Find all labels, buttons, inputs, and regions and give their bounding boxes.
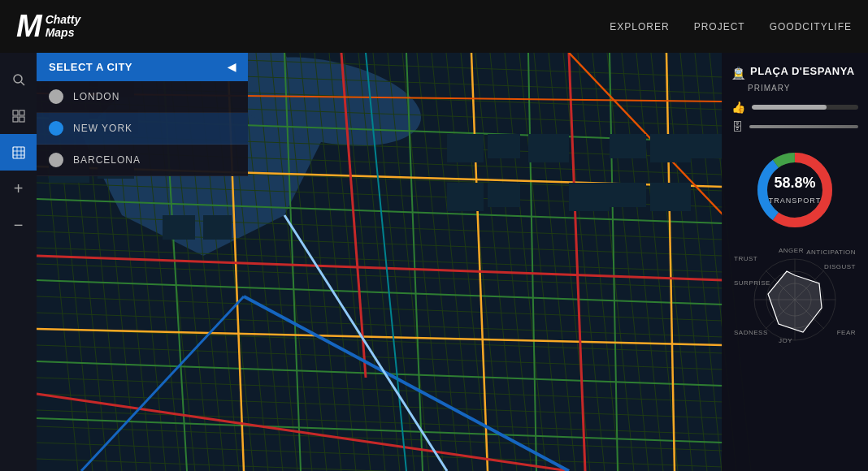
- search-button[interactable]: [0, 61, 37, 97]
- nav-project[interactable]: PROJECT: [694, 21, 745, 32]
- layers-row: 🗄: [731, 120, 858, 133]
- thumbs-up-icon: 👍: [731, 101, 745, 114]
- sidebar-icons: + −: [0, 53, 37, 471]
- logo: M Chatty Maps: [16, 9, 80, 44]
- surprise-label: SURPRISE: [734, 279, 770, 287]
- zoom-out-button[interactable]: −: [0, 207, 37, 244]
- radar-container: ANGER ANTICIPATION DISGUST FEAR JOY SADN…: [734, 247, 856, 344]
- donut-section: 58.8% TRANSPORT: [731, 145, 858, 235]
- svg-rect-2: [13, 110, 18, 115]
- logo-m-letter: M: [16, 9, 42, 44]
- dropdown-header[interactable]: SELECT A CITY ◀: [37, 53, 248, 81]
- dropdown-arrow: ◀: [228, 61, 237, 73]
- svg-rect-4: [13, 117, 18, 122]
- dropdown-title: SELECT A CITY: [49, 61, 132, 73]
- location-name: Plaça d'Espanya: [750, 65, 855, 77]
- right-panel: 🚊 Plaça d'Espanya PRIMARY 👍 🗄: [722, 53, 868, 471]
- nav-links: EXPLORER PROJECT GOODCITYLIFE: [610, 21, 852, 32]
- progress-bar-fill: [752, 105, 827, 110]
- logo-chatty: Chatty: [46, 14, 81, 26]
- location-type: PRIMARY: [748, 84, 858, 93]
- london-dot: [49, 89, 63, 104]
- logo-maps: Maps: [46, 27, 81, 39]
- progress-bar-container: [752, 105, 858, 110]
- svg-point-0: [14, 75, 22, 83]
- city-new-york[interactable]: NEW YORK: [37, 113, 248, 145]
- new-york-label: NEW YORK: [73, 123, 132, 134]
- like-bar: 👍: [731, 101, 858, 114]
- svg-rect-6: [13, 147, 24, 158]
- sadness-label: SADNESS: [734, 329, 768, 336]
- svg-rect-5: [20, 117, 24, 122]
- layers-button[interactable]: [0, 97, 37, 134]
- barcelona-dot: [49, 153, 63, 167]
- new-york-dot: [49, 121, 63, 136]
- navbar: M Chatty Maps EXPLORER PROJECT GOODCITYL…: [0, 0, 868, 53]
- joy-label: JOY: [779, 337, 792, 344]
- disgust-label: DISGUST: [824, 263, 856, 270]
- donut-container: 58.8% TRANSPORT: [750, 145, 840, 235]
- donut-type: TRANSPORT: [769, 197, 821, 205]
- city-dropdown: SELECT A CITY ◀ LONDON NEW YORK BARCELON…: [37, 53, 248, 176]
- map-type-button[interactable]: [0, 134, 37, 171]
- logo-text: Chatty Maps: [46, 14, 81, 39]
- nav-explorer[interactable]: EXPLORER: [610, 21, 669, 32]
- london-label: LONDON: [73, 91, 119, 102]
- anger-label: ANGER: [779, 247, 804, 254]
- svg-marker-22: [768, 271, 822, 332]
- city-barcelona[interactable]: BARCELONA: [37, 145, 248, 176]
- trust-label: TRUST: [734, 255, 757, 262]
- radar-section: ANGER ANTICIPATION DISGUST FEAR JOY SADN…: [731, 247, 858, 344]
- svg-rect-3: [20, 110, 24, 115]
- map-container: + − SELECT A CITY ◀ LONDON NEW YORK BARC…: [0, 53, 868, 471]
- anticipation-label: ANTICIPATION: [806, 248, 856, 256]
- database-icon: 🗄: [731, 120, 743, 133]
- city-london[interactable]: LONDON: [37, 81, 248, 113]
- nav-goodcitylife[interactable]: GOODCITYLIFE: [770, 21, 852, 32]
- barcelona-label: BARCELONA: [73, 154, 141, 166]
- donut-label: 58.8% TRANSPORT: [769, 175, 821, 206]
- zoom-in-button[interactable]: +: [0, 171, 37, 207]
- fear-label: FEAR: [837, 329, 856, 336]
- donut-percent: 58.8%: [769, 175, 821, 192]
- location-header: 🚊 Plaça d'Espanya: [731, 65, 858, 80]
- tram-icon: 🚊: [731, 67, 745, 80]
- svg-line-1: [21, 82, 24, 85]
